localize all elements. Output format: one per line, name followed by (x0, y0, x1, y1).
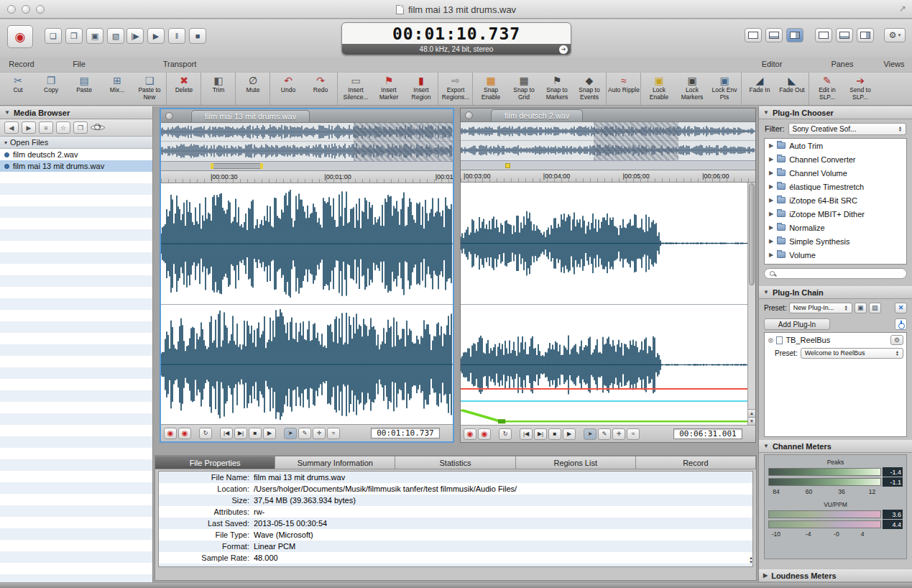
fade-out[interactable]: ◣ Fade Out (776, 73, 809, 105)
editor-view-1-button[interactable] (745, 28, 762, 42)
format-arrow-icon[interactable]: ➔ (559, 45, 568, 54)
stop-button[interactable]: ■ (189, 28, 206, 44)
editor-view-2-button[interactable] (765, 28, 783, 42)
edit-tool-button[interactable]: ➤ (284, 428, 297, 439)
plugin-list-item[interactable]: ▶ Auto Trim (765, 139, 906, 152)
editor-view-3-button[interactable] (786, 28, 803, 42)
save-as-button[interactable]: ▧ (107, 28, 124, 44)
snap-enable[interactable]: ▦ Snap Enable (474, 73, 507, 105)
open-button[interactable]: ❒ (65, 28, 83, 44)
collapse-icon[interactable]: ▼ (4, 109, 10, 116)
snap-to-markers[interactable]: ⚑ Snap to Markers (540, 73, 574, 105)
bypass-power-button[interactable] (895, 318, 907, 330)
plugin-search-input[interactable] (764, 268, 907, 279)
stop-button[interactable]: ■ (249, 428, 262, 439)
editor-1-tab[interactable]: film mai 13 mit drums.wav (191, 110, 310, 122)
statistics[interactable]: Statistics (395, 456, 515, 469)
insert-marker[interactable]: ⚑ Insert Marker (372, 73, 405, 105)
trim[interactable]: ◧ Trim (203, 73, 236, 105)
file-list-item[interactable]: film deutsch 2.wav (0, 149, 152, 160)
scroll-down-button[interactable]: ▼ (748, 417, 755, 425)
pan-envelope-line[interactable] (461, 400, 747, 402)
envelope-tool-button[interactable]: ≈ (327, 428, 340, 439)
channel-meters-header[interactable]: ▼ Channel Meters (759, 440, 912, 453)
overview-selection[interactable] (354, 123, 453, 161)
paste[interactable]: ▤ Paste (68, 73, 101, 105)
plugin-settings-button[interactable]: ⚙ (890, 335, 903, 345)
go-to-end-button[interactable]: ▶| (534, 428, 547, 440)
play-button[interactable]: ▶ (563, 428, 576, 440)
insert-region[interactable]: ▮ Insert Region (405, 73, 438, 105)
disclosure-icon[interactable]: ▶ (769, 197, 773, 203)
magnify-tool-button[interactable]: ✛ (313, 428, 326, 439)
snap-to-events[interactable]: ◆ Snap to Events (574, 73, 607, 105)
plugin-list-item[interactable]: ▶ iZotope 64-Bit SRC (765, 193, 906, 207)
editor-2-overview[interactable] (461, 122, 755, 161)
list-view-button[interactable]: ≡ (39, 121, 53, 134)
pencil-tool-button[interactable]: ✎ (598, 428, 611, 440)
record-button[interactable]: ◉ (164, 428, 177, 439)
mute[interactable]: ∅ Mute (237, 73, 270, 105)
edit-tool-button[interactable]: ➤ (584, 428, 597, 440)
record-arm-button[interactable]: ◉ (178, 428, 191, 439)
pane-2-button[interactable] (836, 28, 853, 42)
loudness-meters-header[interactable]: ▶ Loudness Meters (759, 569, 912, 582)
editor-1-time-ruler[interactable]: |00:00:30|00:01:00|00:01:30 (161, 171, 453, 183)
overview-selection[interactable] (594, 122, 679, 160)
collapse-icon[interactable]: ▼ (763, 109, 769, 116)
fade-envelope-line[interactable] (461, 405, 747, 425)
envelope-tool-button[interactable]: ≈ (627, 428, 640, 440)
delete[interactable]: ✖ Delete (168, 73, 201, 105)
lock-env-pts[interactable]: ▣ Lock Env Pts (709, 73, 742, 105)
editor-2-loop-bar[interactable] (461, 161, 755, 170)
add-plugin-button[interactable]: Add Plug-In (764, 318, 830, 330)
edit-in-slp[interactable]: ✎ Edit in SLP... (811, 73, 844, 105)
plugin-list-item[interactable]: ▶ Channel Converter (765, 152, 906, 166)
play-all-button[interactable]: |▶ (126, 28, 144, 44)
editor-2-waveform[interactable]: ▲ ▼ (461, 183, 755, 425)
loop-playback-button[interactable]: ↻ (199, 428, 212, 439)
fullscreen-icon[interactable]: ↗ (899, 4, 906, 14)
chain-item[interactable]: ⊗ TB_ReelBus ⚙ (765, 333, 906, 346)
plugin-list-item[interactable]: ▶ Normalize (765, 221, 906, 234)
editor-1-overview[interactable] (161, 123, 453, 162)
play-button[interactable]: ▶ (147, 28, 165, 44)
volume-envelope-line[interactable] (461, 388, 747, 390)
cut[interactable]: ✂ Cut (1, 73, 34, 105)
export-regions[interactable]: ⇨ Export Regions... (440, 73, 473, 105)
copy-button[interactable]: ❐ (73, 121, 88, 134)
mix[interactable]: ⊞ Mix... (101, 73, 134, 105)
summary-information[interactable]: Summary Information (275, 456, 395, 469)
search-button[interactable] (91, 125, 105, 130)
save-preset-button[interactable]: ▣ (855, 303, 867, 313)
value-stepper[interactable]: ▲▼ (749, 556, 753, 564)
scrollbar-thumb[interactable] (749, 183, 755, 285)
editor-1-loop-bar[interactable] (161, 162, 453, 171)
go-to-start-button[interactable]: |◀ (220, 428, 233, 439)
disclosure-icon[interactable]: ▶ (769, 170, 773, 176)
editor-1-time-readout[interactable]: 00:01:10.737 (371, 428, 440, 438)
go-to-start-button[interactable]: |◀ (520, 428, 533, 440)
magnify-tool-button[interactable]: ✛ (612, 428, 625, 440)
disclosure-icon[interactable]: ▶ (769, 252, 773, 258)
scroll-up-button[interactable]: ▲ (748, 409, 755, 417)
new-file-button[interactable]: ❏ (45, 28, 62, 44)
expand-icon[interactable]: ▶ (763, 572, 768, 579)
pane-3-button[interactable] (857, 28, 874, 42)
media-browser-header[interactable]: ▼ Media Browser (0, 106, 152, 119)
pencil-tool-button[interactable]: ✎ (298, 428, 311, 439)
plugin-list-item[interactable]: ▶ iZotope MBIT+ Dither (765, 207, 906, 221)
editor-2-time-ruler[interactable]: |00:03:00|00:04:00|00:05:00|00:06:00 (461, 170, 755, 183)
vertical-scrollbar[interactable]: ▲ ▼ (747, 183, 755, 425)
pane-1-button[interactable] (815, 28, 832, 42)
chain-item-preset-select[interactable]: Welcome to ReelBus ▲▼ (801, 348, 903, 359)
collapse-icon[interactable]: ▼ (763, 443, 769, 449)
disclosure-icon[interactable]: ▶ (769, 224, 773, 231)
editor-2-time-readout[interactable]: 00:06:31.001 (673, 428, 742, 439)
copy[interactable]: ❐ Copy (34, 73, 68, 105)
fade-in[interactable]: ◢ Fade In (743, 73, 776, 105)
lock-enable[interactable]: ▣ Lock Enable (642, 73, 676, 105)
forward-button[interactable]: ▶ (22, 121, 36, 134)
save-button[interactable]: ▣ (86, 28, 103, 44)
snap-to-grid[interactable]: ▦ Snap to Grid (507, 73, 540, 105)
